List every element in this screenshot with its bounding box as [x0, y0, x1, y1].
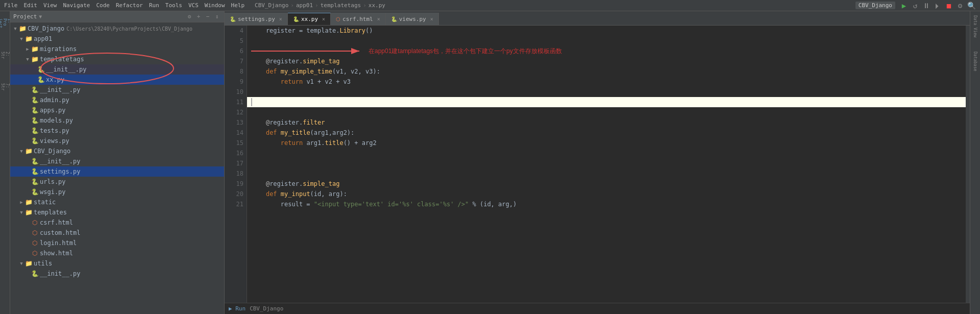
code-content[interactable]: register = template.Library() — [247, 26, 966, 303]
search-button[interactable]: 🔍 — [967, 1, 976, 10]
tree-init-3[interactable]: 🐍 __init__.py — [10, 156, 224, 166]
resume-button[interactable]: ⏵ — [933, 1, 942, 10]
sidebar-icon-3[interactable]: 7:Str — [1, 77, 10, 97]
tree-app01[interactable]: ▼ 📁 app01 — [10, 34, 224, 44]
sidebar-icon-2[interactable]: 2:Str — [1, 45, 10, 65]
pause-button[interactable]: ⏸ — [922, 1, 931, 10]
py-icon-tab-views: 🐍 — [391, 16, 397, 22]
tab-views[interactable]: 🐍 views.py × — [386, 13, 439, 25]
stop-button[interactable]: ■ — [944, 1, 953, 10]
tab-settings[interactable]: 🐍 settings.py × — [225, 13, 288, 25]
panel-btn-3[interactable]: − — [204, 13, 212, 21]
tree-templates[interactable]: ▼ 📁 templates — [10, 207, 224, 218]
project-dropdown[interactable]: ▼ — [39, 14, 42, 19]
line-num-8: 8 — [240, 66, 243, 77]
line-num-5: 5 — [240, 36, 243, 46]
vertical-scrollbar[interactable] — [966, 26, 970, 303]
line-num-20: 20 — [236, 189, 243, 199]
html-icon-tab-csrf: ⬡ — [336, 16, 340, 22]
rerun-button[interactable]: ↺ — [911, 1, 920, 10]
code-line-11 — [247, 97, 966, 107]
tree-root[interactable]: ▼ 📁 CBV_Django C:\Users\28240\PycharmPro… — [10, 23, 224, 34]
code-line-12 — [247, 107, 966, 117]
close-tab-views[interactable]: × — [430, 16, 433, 22]
panel-btn-4[interactable]: ↕ — [213, 13, 221, 21]
line-num-15: 15 — [236, 138, 243, 148]
folder-icon-static: 📁 — [24, 199, 33, 206]
right-sidebar-structure[interactable]: Database — [973, 50, 977, 74]
tree-settingspy[interactable]: 🐍 settings.py — [10, 166, 224, 177]
tree-modelspy[interactable]: 🐍 models.py — [10, 115, 224, 126]
menu-run[interactable]: Run — [149, 2, 159, 9]
html-icon-custom: ⬡ — [31, 229, 39, 236]
breadcrumb-templatetags[interactable]: templatetags — [321, 2, 361, 9]
menu-tools[interactable]: Tools — [165, 2, 182, 9]
tab-csrf[interactable]: ⬡ csrf.html × — [331, 13, 386, 25]
tree-init-2[interactable]: 🐍 __init__.py — [10, 85, 224, 95]
tree-label-admin: admin.py — [40, 96, 69, 104]
tree-csrfhtml[interactable]: ⬡ csrf.html — [10, 218, 224, 228]
py-icon-xxpy: 🐍 — [37, 76, 45, 83]
code-line-6: 在app01建tamplatetags包，并在这个包下建立一个py文件存放模板函… — [247, 46, 966, 56]
tree-utils[interactable]: ▼ 📁 utils — [10, 258, 224, 269]
panel-btn-2[interactable]: + — [194, 13, 203, 21]
code-line-8: def my_simple_time(v1, v2, v3): — [247, 66, 966, 77]
menu-vcs[interactable]: VCS — [188, 2, 199, 9]
run-controls[interactable]: CBV_Django ▶ ↺ ⏸ ⏵ ■ ⚙ 🔍 — [855, 1, 976, 10]
menu-window[interactable]: Window — [205, 2, 225, 9]
close-tab-csrf[interactable]: × — [377, 16, 380, 22]
tree-label-models: models.py — [40, 117, 73, 124]
code-editor[interactable]: 4 5 6 7 8 9 10 11 12 13 14 15 16 17 18 1… — [225, 26, 970, 303]
tree-adminpy[interactable]: 🐍 admin.py — [10, 95, 224, 105]
close-tab-settings[interactable]: × — [279, 16, 282, 22]
py-icon-urls: 🐍 — [31, 178, 39, 185]
menu-file[interactable]: File — [4, 2, 18, 9]
breadcrumb-app01[interactable]: app01 — [296, 2, 313, 9]
menu-navigate[interactable]: Navigate — [63, 2, 90, 9]
panel-btn-1[interactable]: ⚙ — [185, 13, 193, 21]
line-num-4: 4 — [240, 26, 243, 36]
code-line-16 — [247, 148, 966, 158]
tree-customhtml[interactable]: ⬡ custom.html — [10, 228, 224, 238]
py-icon-views: 🐍 — [31, 137, 39, 144]
line-num-14: 14 — [236, 128, 243, 138]
py-icon-init-2: 🐍 — [31, 86, 39, 93]
tree-loginhtml[interactable]: ⬡ login.html — [10, 238, 224, 248]
project-panel-header: Project ▼ ⚙ + − ↕ — [10, 11, 224, 22]
tree-xxpy[interactable]: 🐍 xx.py — [10, 75, 224, 85]
tree-init-1[interactable]: 🐍 __init__.py — [10, 64, 224, 75]
tree-label-init-2: __init__.py — [40, 86, 80, 93]
tree-wsgipy[interactable]: 🐍 wsgi.py — [10, 187, 224, 197]
menu-refactor[interactable]: Refactor — [116, 2, 143, 9]
close-tab-xx[interactable]: × — [322, 16, 325, 22]
line-num-7: 7 — [240, 56, 243, 66]
sidebar-icon-1[interactable]: 1:Project — [1, 13, 10, 34]
tree-cbvdjango[interactable]: ▼ 📁 CBV_Django — [10, 146, 224, 156]
tree-templatetags[interactable]: ▼ 📁 templatetags — [10, 54, 224, 64]
tab-xxpy[interactable]: 🐍 xx.py × — [288, 13, 331, 25]
menu-bar[interactable]: File Edit View Navigate Code Refactor Ru… — [4, 2, 244, 9]
menu-view[interactable]: View — [43, 2, 57, 9]
tree-label-views: views.py — [40, 137, 69, 144]
tree-static[interactable]: ▶ 📁 static — [10, 197, 224, 207]
settings-button[interactable]: ⚙ — [955, 1, 965, 10]
breadcrumb-project[interactable]: CBV_Django — [255, 2, 288, 9]
breadcrumb-file[interactable]: xx.py — [369, 2, 385, 9]
menu-help[interactable]: Help — [231, 2, 245, 9]
tree-appspy[interactable]: 🐍 apps.py — [10, 105, 224, 115]
editor-area: 🐍 settings.py × 🐍 xx.py × ⬡ csrf.html × … — [225, 11, 970, 314]
menu-code[interactable]: Code — [96, 2, 110, 9]
tree-label-tests: tests.py — [40, 127, 69, 134]
tree-urlspy[interactable]: 🐍 urls.py — [10, 177, 224, 187]
tree-showhtml[interactable]: ⬡ show.html — [10, 248, 224, 258]
right-sidebar-dataview[interactable]: Data View — [973, 13, 977, 39]
py-icon-admin: 🐍 — [31, 96, 39, 104]
tree-init-utils[interactable]: 🐍 __init__.py — [10, 269, 224, 279]
tree-viewspy[interactable]: 🐍 views.py — [10, 136, 224, 146]
menu-edit[interactable]: Edit — [24, 2, 38, 9]
run-button[interactable]: ▶ — [899, 1, 909, 10]
tree-migrations[interactable]: ▶ 📁 migrations — [10, 44, 224, 54]
tree-testspy[interactable]: 🐍 tests.py — [10, 126, 224, 136]
line-num-13: 13 — [236, 117, 243, 128]
tree-label-init-1: __init__.py — [46, 66, 86, 73]
